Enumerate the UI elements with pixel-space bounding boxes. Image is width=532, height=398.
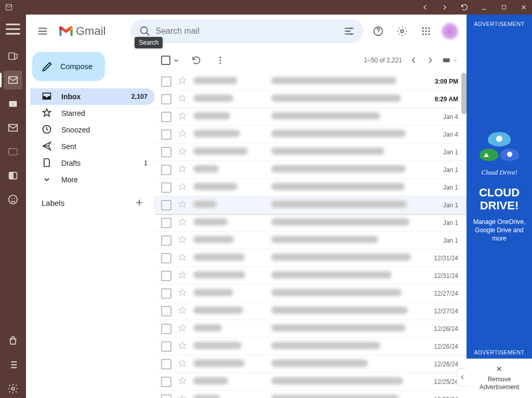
star-icon[interactable] <box>178 394 187 398</box>
row-checkbox[interactable] <box>161 359 171 369</box>
collapse-ad-icon[interactable] <box>457 368 467 387</box>
star-icon[interactable] <box>178 235 187 246</box>
page-prev-icon[interactable] <box>405 52 422 69</box>
row-checkbox[interactable] <box>161 394 171 399</box>
star-icon[interactable] <box>178 111 187 122</box>
more-icon[interactable] <box>212 52 229 69</box>
row-checkbox[interactable] <box>161 129 171 140</box>
star-icon[interactable] <box>178 341 187 352</box>
star-icon[interactable] <box>178 147 187 157</box>
row-checkbox[interactable] <box>161 377 171 387</box>
mail-row[interactable]: 12/25/24 <box>155 373 467 391</box>
row-checkbox[interactable] <box>161 324 171 334</box>
window-minimize-icon[interactable] <box>480 3 488 11</box>
help-icon[interactable] <box>368 21 389 42</box>
row-checkbox[interactable] <box>161 306 171 316</box>
mail-row[interactable]: Jan 1 <box>155 161 467 179</box>
star-icon[interactable] <box>178 217 187 228</box>
ad-image[interactable] <box>476 130 523 166</box>
nav-reload-icon[interactable] <box>460 3 469 11</box>
star-icon[interactable] <box>178 76 187 87</box>
rail-list-icon[interactable] <box>4 355 22 374</box>
rail-outlook-icon[interactable] <box>4 47 22 65</box>
window-maximize-icon[interactable] <box>500 3 508 11</box>
scrollbar[interactable] <box>461 73 467 114</box>
rail-bag-icon[interactable] <box>4 331 22 350</box>
gmail-logo[interactable]: Gmail <box>58 24 105 38</box>
row-checkbox[interactable] <box>161 271 171 281</box>
nav-starred[interactable]: Starred <box>30 105 155 122</box>
apps-grid-icon[interactable] <box>416 21 436 42</box>
settings-gear-icon[interactable] <box>392 21 413 42</box>
star-icon[interactable] <box>178 376 187 387</box>
row-checkbox[interactable] <box>161 253 171 263</box>
chevron-down-icon[interactable] <box>171 56 181 65</box>
star-icon[interactable] <box>178 323 187 334</box>
rail-settings-icon[interactable] <box>4 379 22 398</box>
nav-more[interactable]: More <box>30 171 155 188</box>
mail-row[interactable]: 12/25/24 <box>155 391 467 398</box>
mail-row[interactable]: 12/27/24 <box>155 285 467 302</box>
nav-forward-icon[interactable] <box>441 3 449 11</box>
mail-row[interactable]: Jan 1 <box>155 232 467 249</box>
nav-sent[interactable]: Sent <box>30 138 155 155</box>
row-checkbox[interactable] <box>161 182 171 193</box>
mail-row[interactable]: Jan 1 <box>155 179 467 196</box>
nav-back-icon[interactable] <box>421 3 429 11</box>
row-checkbox[interactable] <box>161 218 171 228</box>
search-icon[interactable] <box>135 25 155 37</box>
mail-row[interactable]: 8:29 AM <box>155 90 467 108</box>
row-checkbox[interactable] <box>161 112 171 122</box>
rail-yahoo-icon[interactable]: Y <box>4 95 22 113</box>
row-checkbox[interactable] <box>161 165 171 175</box>
rail-mail2-icon[interactable] <box>4 118 22 137</box>
mail-row[interactable]: Jan 4 <box>155 126 467 143</box>
add-label-icon[interactable] <box>132 195 147 210</box>
star-icon[interactable] <box>178 129 187 140</box>
mail-row[interactable]: 12/26/24 <box>155 355 467 373</box>
mail-row[interactable]: 12/27/24 <box>155 302 467 320</box>
star-icon[interactable] <box>178 253 187 263</box>
rail-panel-icon[interactable] <box>4 166 22 185</box>
mail-row[interactable]: Jan 1 <box>155 214 467 232</box>
star-icon[interactable] <box>178 359 187 369</box>
mail-row[interactable]: 12/31/24 <box>155 249 467 267</box>
remove-ad-button[interactable]: ✕ Remove Advertisement <box>467 359 532 398</box>
nav-drafts[interactable]: Drafts1 <box>30 155 155 171</box>
star-icon[interactable] <box>178 182 187 193</box>
row-checkbox[interactable] <box>161 76 171 87</box>
mail-row[interactable]: 3:09 PM <box>155 73 467 90</box>
nav-snoozed[interactable]: Snoozed <box>30 122 155 138</box>
row-checkbox[interactable] <box>161 341 171 352</box>
compose-button[interactable]: Compose <box>32 52 105 81</box>
rail-smile-icon[interactable] <box>4 190 22 209</box>
row-checkbox[interactable] <box>161 147 171 157</box>
star-icon[interactable] <box>178 164 187 175</box>
mail-row[interactable]: 12/31/24 <box>155 267 467 285</box>
window-close-icon[interactable] <box>520 3 528 11</box>
account-avatar[interactable] <box>442 23 458 39</box>
row-checkbox[interactable] <box>161 200 171 210</box>
row-checkbox[interactable] <box>161 235 171 246</box>
star-icon[interactable] <box>178 270 187 281</box>
rail-gmail-icon[interactable] <box>4 71 22 89</box>
mail-row[interactable]: Jan 1 <box>155 143 467 161</box>
mail-row[interactable]: 12/26/24 <box>155 338 467 355</box>
rail-mail3-icon[interactable] <box>4 142 22 161</box>
nav-inbox[interactable]: Inbox2,107 <box>30 88 155 105</box>
page-next-icon[interactable] <box>422 52 438 69</box>
star-icon[interactable] <box>178 200 187 210</box>
mail-row[interactable]: 12/26/24 <box>155 320 467 338</box>
gmail-menu-icon[interactable] <box>31 20 54 43</box>
star-icon[interactable] <box>178 94 187 104</box>
search-input[interactable] <box>155 26 339 36</box>
search-options-icon[interactable] <box>339 25 360 37</box>
refresh-icon[interactable] <box>188 52 205 69</box>
select-all-checkbox[interactable] <box>161 56 181 65</box>
input-tools-icon[interactable] <box>442 52 458 69</box>
search-bar[interactable]: Search <box>130 19 364 43</box>
rail-menu-icon[interactable] <box>4 20 22 38</box>
star-icon[interactable] <box>178 288 187 299</box>
row-checkbox[interactable] <box>161 288 171 299</box>
mail-row[interactable]: Jan 4 <box>155 108 467 126</box>
